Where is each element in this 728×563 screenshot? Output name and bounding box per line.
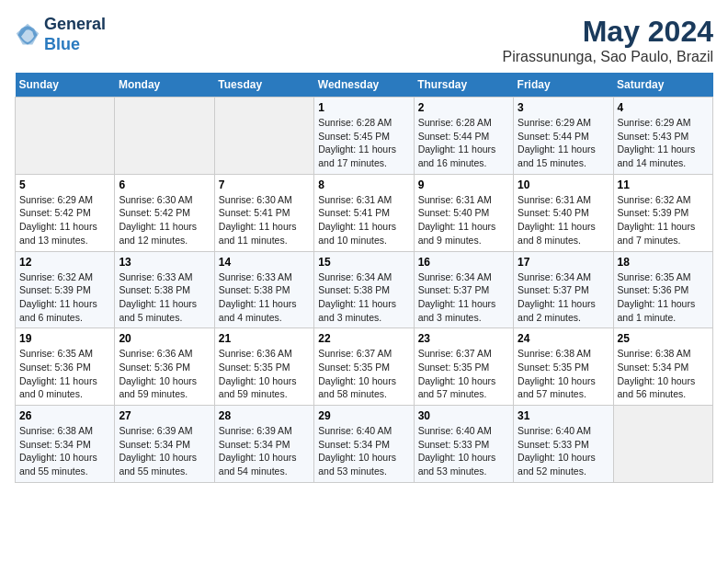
day-number: 24 (518, 332, 609, 345)
day-info: Sunrise: 6:32 AM Sunset: 5:39 PM Dayligh… (618, 193, 709, 247)
calendar-cell: 3Sunrise: 6:29 AM Sunset: 5:44 PM Daylig… (514, 98, 613, 175)
calendar-week-row: 1Sunrise: 6:28 AM Sunset: 5:45 PM Daylig… (16, 98, 713, 175)
page-subtitle: Pirassununga, Sao Paulo, Brazil (503, 49, 713, 65)
day-number: 5 (19, 178, 110, 191)
day-number: 15 (318, 256, 409, 269)
calendar-cell: 17Sunrise: 6:34 AM Sunset: 5:37 PM Dayli… (514, 251, 613, 328)
day-number: 17 (518, 256, 609, 269)
day-info: Sunrise: 6:39 AM Sunset: 5:34 PM Dayligh… (119, 424, 210, 478)
day-info: Sunrise: 6:29 AM Sunset: 5:43 PM Dayligh… (618, 116, 709, 170)
calendar-cell (214, 98, 313, 175)
day-info: Sunrise: 6:29 AM Sunset: 5:44 PM Dayligh… (518, 116, 609, 170)
day-number: 19 (19, 332, 110, 345)
day-info: Sunrise: 6:31 AM Sunset: 5:40 PM Dayligh… (418, 193, 509, 247)
day-info: Sunrise: 6:37 AM Sunset: 5:35 PM Dayligh… (318, 347, 409, 401)
day-number: 27 (119, 409, 210, 422)
day-number: 29 (318, 409, 409, 422)
day-info: Sunrise: 6:38 AM Sunset: 5:34 PM Dayligh… (618, 347, 709, 401)
day-number: 7 (219, 178, 310, 191)
day-number: 14 (219, 256, 310, 269)
day-number: 21 (219, 332, 310, 345)
day-info: Sunrise: 6:30 AM Sunset: 5:41 PM Dayligh… (219, 193, 310, 247)
calendar-cell: 13Sunrise: 6:33 AM Sunset: 5:38 PM Dayli… (115, 251, 214, 328)
day-info: Sunrise: 6:30 AM Sunset: 5:42 PM Dayligh… (119, 193, 210, 247)
day-number: 31 (518, 409, 609, 422)
day-number: 1 (318, 101, 409, 114)
day-info: Sunrise: 6:31 AM Sunset: 5:40 PM Dayligh… (518, 193, 609, 247)
day-number: 11 (618, 178, 709, 191)
page-header: General Blue May 2024 Pirassununga, Sao … (15, 15, 713, 65)
calendar-cell: 2Sunrise: 6:28 AM Sunset: 5:44 PM Daylig… (414, 98, 513, 175)
calendar-cell: 26Sunrise: 6:38 AM Sunset: 5:34 PM Dayli… (16, 406, 115, 483)
calendar-cell: 27Sunrise: 6:39 AM Sunset: 5:34 PM Dayli… (115, 406, 214, 483)
day-number: 6 (119, 178, 210, 191)
day-number: 4 (618, 101, 709, 114)
calendar-cell: 8Sunrise: 6:31 AM Sunset: 5:41 PM Daylig… (314, 174, 414, 251)
page-title: May 2024 (503, 15, 713, 49)
calendar-cell (115, 98, 214, 175)
weekday-header-sunday: Sunday (16, 73, 115, 98)
calendar-cell: 18Sunrise: 6:35 AM Sunset: 5:36 PM Dayli… (613, 251, 712, 328)
calendar-cell: 6Sunrise: 6:30 AM Sunset: 5:42 PM Daylig… (115, 174, 214, 251)
day-number: 13 (119, 256, 210, 269)
calendar-cell: 9Sunrise: 6:31 AM Sunset: 5:40 PM Daylig… (414, 174, 513, 251)
calendar-cell: 4Sunrise: 6:29 AM Sunset: 5:43 PM Daylig… (613, 98, 712, 175)
calendar-cell: 20Sunrise: 6:36 AM Sunset: 5:36 PM Dayli… (115, 328, 214, 406)
calendar-cell: 22Sunrise: 6:37 AM Sunset: 5:35 PM Dayli… (314, 328, 414, 406)
day-number: 20 (119, 332, 210, 345)
weekday-header-monday: Monday (115, 73, 214, 98)
calendar-cell: 25Sunrise: 6:38 AM Sunset: 5:34 PM Dayli… (613, 328, 712, 406)
calendar-cell: 19Sunrise: 6:35 AM Sunset: 5:36 PM Dayli… (16, 328, 115, 406)
calendar-cell: 24Sunrise: 6:38 AM Sunset: 5:35 PM Dayli… (514, 328, 613, 406)
day-info: Sunrise: 6:38 AM Sunset: 5:35 PM Dayligh… (518, 347, 609, 401)
day-number: 28 (219, 409, 310, 422)
day-number: 9 (418, 178, 509, 191)
day-info: Sunrise: 6:32 AM Sunset: 5:39 PM Dayligh… (19, 270, 110, 325)
logo: General Blue (15, 15, 106, 54)
day-number: 8 (318, 178, 409, 191)
calendar-cell: 21Sunrise: 6:36 AM Sunset: 5:35 PM Dayli… (214, 328, 313, 406)
day-number: 18 (618, 256, 709, 269)
day-info: Sunrise: 6:38 AM Sunset: 5:34 PM Dayligh… (19, 424, 110, 478)
day-info: Sunrise: 6:35 AM Sunset: 5:36 PM Dayligh… (19, 347, 110, 401)
calendar-cell: 23Sunrise: 6:37 AM Sunset: 5:35 PM Dayli… (414, 328, 513, 406)
day-info: Sunrise: 6:40 AM Sunset: 5:33 PM Dayligh… (418, 424, 509, 478)
day-info: Sunrise: 6:36 AM Sunset: 5:35 PM Dayligh… (219, 347, 310, 401)
calendar-week-row: 5Sunrise: 6:29 AM Sunset: 5:42 PM Daylig… (16, 174, 713, 251)
calendar-cell: 15Sunrise: 6:34 AM Sunset: 5:38 PM Dayli… (314, 251, 414, 328)
calendar-cell: 7Sunrise: 6:30 AM Sunset: 5:41 PM Daylig… (214, 174, 313, 251)
calendar-cell (613, 406, 712, 483)
day-info: Sunrise: 6:33 AM Sunset: 5:38 PM Dayligh… (119, 270, 210, 325)
calendar-cell: 28Sunrise: 6:39 AM Sunset: 5:34 PM Dayli… (214, 406, 313, 483)
day-number: 2 (418, 101, 509, 114)
calendar-cell: 11Sunrise: 6:32 AM Sunset: 5:39 PM Dayli… (613, 174, 712, 251)
day-number: 10 (518, 178, 609, 191)
day-info: Sunrise: 6:34 AM Sunset: 5:37 PM Dayligh… (518, 270, 609, 325)
day-info: Sunrise: 6:39 AM Sunset: 5:34 PM Dayligh… (219, 424, 310, 478)
weekday-header-tuesday: Tuesday (214, 73, 313, 98)
calendar-cell: 30Sunrise: 6:40 AM Sunset: 5:33 PM Dayli… (414, 406, 513, 483)
day-info: Sunrise: 6:29 AM Sunset: 5:42 PM Dayligh… (19, 193, 110, 247)
day-number: 3 (518, 101, 609, 114)
day-info: Sunrise: 6:28 AM Sunset: 5:44 PM Dayligh… (418, 116, 509, 170)
weekday-header-wednesday: Wednesday (314, 73, 414, 98)
day-number: 16 (418, 256, 509, 269)
logo-text: General Blue (44, 15, 106, 54)
calendar-week-row: 19Sunrise: 6:35 AM Sunset: 5:36 PM Dayli… (16, 328, 713, 406)
calendar-cell: 12Sunrise: 6:32 AM Sunset: 5:39 PM Dayli… (16, 251, 115, 328)
day-info: Sunrise: 6:31 AM Sunset: 5:41 PM Dayligh… (318, 193, 409, 247)
calendar-cell: 14Sunrise: 6:33 AM Sunset: 5:38 PM Dayli… (214, 251, 313, 328)
day-info: Sunrise: 6:40 AM Sunset: 5:34 PM Dayligh… (318, 424, 409, 478)
day-info: Sunrise: 6:28 AM Sunset: 5:45 PM Dayligh… (318, 116, 409, 170)
day-info: Sunrise: 6:36 AM Sunset: 5:36 PM Dayligh… (119, 347, 210, 401)
logo-icon (15, 22, 40, 48)
calendar-cell: 29Sunrise: 6:40 AM Sunset: 5:34 PM Dayli… (314, 406, 414, 483)
day-info: Sunrise: 6:35 AM Sunset: 5:36 PM Dayligh… (618, 270, 709, 325)
day-info: Sunrise: 6:34 AM Sunset: 5:37 PM Dayligh… (418, 270, 509, 325)
calendar-week-row: 12Sunrise: 6:32 AM Sunset: 5:39 PM Dayli… (16, 251, 713, 328)
calendar-table: SundayMondayTuesdayWednesdayThursdayFrid… (15, 73, 713, 483)
day-number: 25 (618, 332, 709, 345)
calendar-cell: 31Sunrise: 6:40 AM Sunset: 5:33 PM Dayli… (514, 406, 613, 483)
weekday-header-row: SundayMondayTuesdayWednesdayThursdayFrid… (16, 73, 713, 98)
day-info: Sunrise: 6:40 AM Sunset: 5:33 PM Dayligh… (518, 424, 609, 478)
